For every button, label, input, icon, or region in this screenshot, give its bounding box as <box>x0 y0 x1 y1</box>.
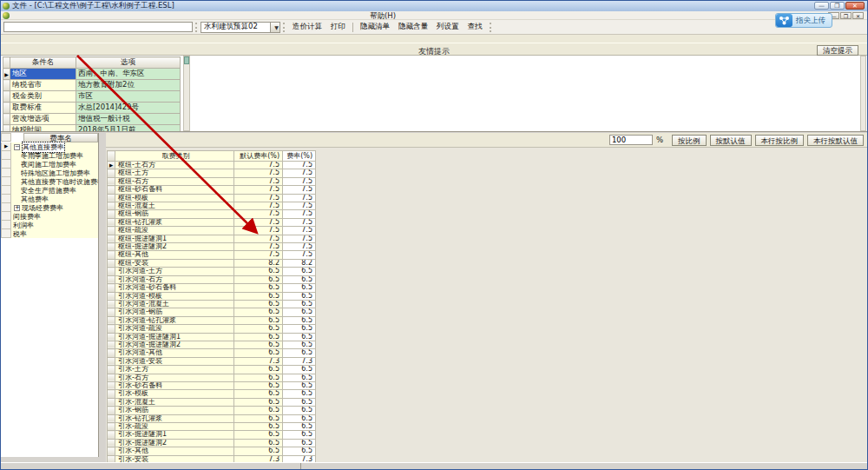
rate-category-cell[interactable]: 引水-钢筋 <box>115 407 234 414</box>
condition-row[interactable]: 纳税省市地方教育附加2位 <box>3 80 181 91</box>
tree-item[interactable]: 其他直接费下临时设施费率 <box>1 177 98 186</box>
default-rate-cell[interactable]: 7.5 <box>234 218 283 226</box>
default-rate-cell[interactable]: 7.5 <box>234 194 283 202</box>
default-rate-cell[interactable]: 6.5 <box>234 447 283 455</box>
rate-category-cell[interactable]: 枢纽-砂石备料 <box>115 186 234 194</box>
rate-category-cell[interactable]: 引水河道-石方 <box>115 275 234 283</box>
rate-cell[interactable]: 7.5 <box>283 202 316 210</box>
rate-cell[interactable]: 7.5 <box>283 210 316 218</box>
rate-row[interactable]: 引水-疏浚6.56.5 <box>108 423 316 431</box>
rate-row[interactable]: 引水-掘进隧洞16.56.5 <box>108 431 316 439</box>
percent-input[interactable] <box>609 135 653 145</box>
rate-row[interactable]: 枢纽-钢筋7.57.5 <box>108 210 316 218</box>
condition-name[interactable]: 纳税省市 <box>10 80 76 91</box>
condition-row[interactable]: 取费标准水总[2014]429号 <box>3 103 181 114</box>
rate-row[interactable]: 枢纽-钻孔灌浆7.57.5 <box>108 218 316 226</box>
default-rate-cell[interactable]: 6.5 <box>234 308 283 316</box>
condition-value[interactable]: 市区 <box>76 91 181 103</box>
rate-category-cell[interactable]: 引水河道-土方 <box>115 268 234 275</box>
rate-cell[interactable]: 7.5 <box>283 177 316 185</box>
rate-cell[interactable]: 6.5 <box>283 407 316 414</box>
rate-category-cell[interactable]: 引水-石方 <box>115 374 234 381</box>
rate-category-cell[interactable]: 引水河道-模板 <box>115 292 234 300</box>
tree-item[interactable]: 税率 <box>1 229 98 238</box>
tree-item[interactable]: 利润率 <box>1 221 98 229</box>
rate-cell[interactable]: 6.5 <box>283 381 316 389</box>
rate-row[interactable]: 引水河道-掘进隧洞16.56.5 <box>108 333 316 341</box>
rate-cell[interactable]: 7.5 <box>283 186 316 194</box>
rate-button-1[interactable]: 按比例 <box>672 135 707 146</box>
default-rate-cell[interactable]: 6.5 <box>234 381 283 389</box>
condition-row[interactable]: ▶地区西南、中南、华东区 <box>3 69 181 80</box>
rate-row[interactable]: 枢纽-混凝土7.57.5 <box>108 202 316 210</box>
default-rate-cell[interactable]: 7.5 <box>234 169 283 177</box>
rate-cell[interactable]: 7.5 <box>283 218 316 226</box>
rate-button-4[interactable]: 本行按默认值 <box>807 135 864 146</box>
rate-row[interactable]: 引水-钻孔灌浆6.56.5 <box>108 414 316 422</box>
rate-cell[interactable]: 8.2 <box>283 259 316 267</box>
rate-category-cell[interactable]: 引水-模板 <box>115 390 234 398</box>
default-rate-cell[interactable]: 6.5 <box>234 275 283 283</box>
rate-category-cell[interactable]: 引水河道-掘进隧洞1 <box>115 333 234 341</box>
rate-cell[interactable]: 6.5 <box>283 333 316 341</box>
tree-item[interactable]: ▶−其他直接费率 <box>1 142 98 151</box>
default-rate-cell[interactable]: 6.5 <box>234 414 283 422</box>
rate-cell[interactable]: 6.5 <box>283 390 316 398</box>
condition-value[interactable]: 西南、中南、华东区 <box>76 69 181 80</box>
rate-row[interactable]: 枢纽-安装8.28.2 <box>108 259 316 267</box>
rate-category-cell[interactable]: 引水-砂石备料 <box>115 381 234 389</box>
rate-category-cell[interactable]: 引水河道-掘进隧洞2 <box>115 341 234 348</box>
template-select[interactable]: 水利建筑预算02 ▼ <box>201 22 280 33</box>
rate-cell[interactable]: 6.5 <box>283 366 316 374</box>
conditions-scrollbar[interactable] <box>183 56 190 131</box>
condition-value[interactable]: 水总[2014]429号 <box>76 103 181 114</box>
rate-category-cell[interactable]: 枢纽-钢筋 <box>115 210 234 218</box>
rate-category-cell[interactable]: 枢纽-掘进隧洞2 <box>115 243 234 251</box>
rate-row[interactable]: 引水河道-安装7.37.3 <box>108 357 316 365</box>
condition-name[interactable]: 取费标准 <box>10 103 76 114</box>
rate-row[interactable]: 引水河道-掘进隧洞26.56.5 <box>108 341 316 348</box>
tree-item[interactable]: 间接费率 <box>1 212 98 221</box>
rate-row[interactable]: 枢纽-掘进隧洞17.57.5 <box>108 235 316 242</box>
rate-category-cell[interactable]: 引水河道-疏浚 <box>115 325 234 333</box>
rate-category-cell[interactable]: 枢纽-钻孔灌浆 <box>115 218 234 226</box>
rate-row[interactable]: 枢纽-土方7.57.5 <box>108 169 316 177</box>
default-rate-cell[interactable]: 7.5 <box>234 210 283 218</box>
clear-tips-button[interactable]: 清空提示 <box>817 45 858 56</box>
rate-category-cell[interactable]: 引水-土方 <box>115 366 234 374</box>
default-rate-cell[interactable]: 6.5 <box>234 268 283 275</box>
scrollbar-thumb[interactable] <box>184 56 189 64</box>
mdi-restore-button[interactable]: ❐ <box>840 12 852 19</box>
rate-category-cell[interactable]: 枢纽-土方 <box>115 169 234 177</box>
rate-row[interactable]: 引水河道-土方6.56.5 <box>108 268 316 275</box>
rate-cell[interactable]: 6.5 <box>283 431 316 439</box>
rate-row[interactable]: 引水河道-石方6.56.5 <box>108 275 316 283</box>
default-rate-cell[interactable]: 6.5 <box>234 407 283 414</box>
toolbar-field[interactable] <box>3 22 193 32</box>
rate-cell[interactable]: 7.5 <box>283 169 316 177</box>
default-rate-cell[interactable]: 6.5 <box>234 341 283 348</box>
rate-row[interactable]: 引水-掘进隧洞26.56.5 <box>108 439 316 447</box>
close-button[interactable]: ✕ <box>845 2 865 10</box>
toolbar-button-3[interactable]: 隐藏清单 <box>356 20 394 34</box>
rate-cell[interactable]: 6.5 <box>283 374 316 381</box>
rate-cell[interactable]: 7.5 <box>283 162 316 169</box>
rate-cell[interactable]: 6.5 <box>283 300 316 308</box>
rate-category-cell[interactable]: 引水河道-其他 <box>115 349 234 357</box>
default-rate-cell[interactable]: 6.5 <box>234 366 283 374</box>
rate-row[interactable]: 引水-砂石备料6.56.5 <box>108 381 316 389</box>
rate-category-cell[interactable]: 枢纽-其他 <box>115 251 234 259</box>
rate-cell[interactable]: 6.5 <box>283 292 316 300</box>
rate-cell[interactable]: 7.5 <box>283 243 316 251</box>
rate-row[interactable]: 引水-其他6.56.5 <box>108 447 316 455</box>
collapse-icon[interactable]: − <box>14 144 20 150</box>
rate-category-cell[interactable]: 引水-疏浚 <box>115 423 234 431</box>
rate-cell[interactable]: 7.5 <box>283 235 316 242</box>
rate-row[interactable]: 引水-石方6.56.5 <box>108 374 316 381</box>
rate-category-cell[interactable]: 枢纽-安装 <box>115 259 234 267</box>
rate-category-cell[interactable]: 引水河道-砂石备料 <box>115 284 234 292</box>
rate-row[interactable]: 引水河道-砂石备料6.56.5 <box>108 284 316 292</box>
rate-category-cell[interactable]: 引水-其他 <box>115 447 234 455</box>
rate-row[interactable]: 引水河道-模板6.56.5 <box>108 292 316 300</box>
minimize-button[interactable]: — <box>814 2 829 10</box>
